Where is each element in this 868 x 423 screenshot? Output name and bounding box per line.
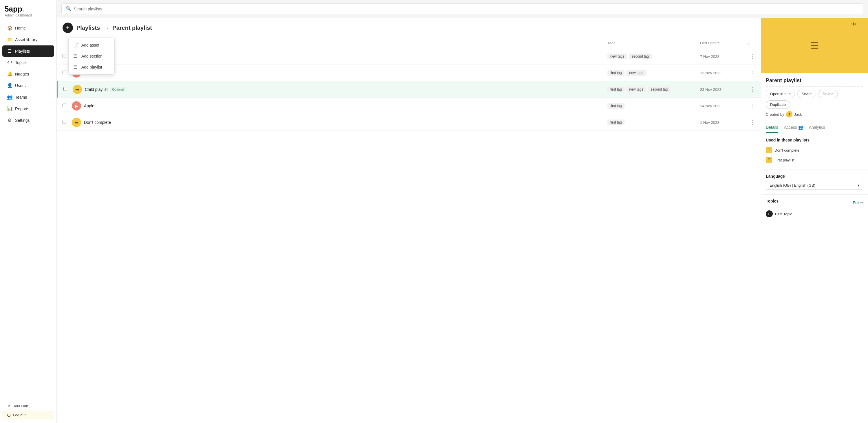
settings-icon: ⚙ [7,118,12,123]
table-row[interactable]: ☰ Don't complete first tag 1 Nov 2023 ⋮ [57,114,761,131]
row-tags-2: first tag new tags [608,70,700,76]
created-by-label: Created by [766,112,784,117]
panel-preview: ☰ 👁 ⋮ [761,18,868,73]
table-row[interactable]: ▶ Apple first tag 24 Nov 2023 ⋮ [57,98,761,114]
playlist-icon-3: ☰ [73,85,82,94]
panel-details: Used in these playlists ☰ Don't complete… [761,133,868,169]
sidebar-item-label-home: Home [15,26,26,30]
breadcrumb: Playlists → Parent playlist [76,25,152,31]
breadcrumb-current: Parent playlist [112,25,152,31]
used-in-item-2[interactable]: ☰ First playlist [766,155,863,165]
sidebar-item-label-nudges: Nudges [15,72,29,76]
tab-details[interactable]: Details [766,122,778,133]
add-playlist-label: Add playlist [81,65,102,69]
log-out-label: Log out [13,413,26,417]
row-more-4[interactable]: ⋮ [746,103,755,109]
row-name-2: BBC - Home [84,71,608,75]
row-checkbox-5[interactable] [63,120,72,125]
panel-divider [766,87,863,87]
admin-label: Admin dashboard [5,13,52,18]
used-in-icon-1: ☰ [766,147,772,153]
table-row[interactable]: ☰ Child playlist Optional first tag new … [57,81,761,98]
tag-3-1: first tag [608,87,624,92]
reports-icon: 📊 [7,106,12,111]
teams-icon: 👥 [7,94,12,100]
row-checkbox-4[interactable] [63,104,72,108]
log-out-button[interactable]: ⏻ Log out [2,411,54,420]
add-asset-label: Add asset [81,43,99,47]
language-label: Language [766,174,863,178]
sidebar-item-nudges[interactable]: 🔔 Nudges [2,68,54,79]
add-button[interactable]: + 📄 Add asset ☰ Add section ☰ [63,23,73,33]
add-section-item[interactable]: ☰ Add section [69,51,114,62]
sidebar-item-home[interactable]: 🏠 Home [2,22,54,34]
breadcrumb-section[interactable]: Playlists [76,25,100,31]
right-panel: ☰ 👁 ⋮ Parent playlist Open in hub Share … [761,18,868,423]
tag-2-1: first tag [608,70,624,76]
share-button[interactable]: Share [797,90,816,98]
panel-title: Parent playlist [766,77,863,84]
delete-button[interactable]: Delete [818,90,838,98]
tags-col-header: Tags [608,41,700,45]
row-more-3[interactable]: ⋮ [746,86,755,93]
sidebar-item-label-settings: Settings [15,118,30,123]
sidebar-item-users[interactable]: 👤 Users [2,80,54,91]
topics-section: Topics Edit ✏ F First Topic [761,194,868,223]
used-in-icon-2: ☰ [766,157,772,163]
row-name-5: Don't complete [84,120,608,125]
add-asset-item[interactable]: 📄 Add asset [69,40,114,51]
pencil-icon: ✏ [860,200,863,205]
search-icon: 🔍 [66,6,71,11]
row-more-1[interactable]: ⋮ [746,53,755,60]
topic-name-1: First Topic [775,212,792,216]
beta-hub-label: Beta Hub [12,404,28,408]
table-row[interactable]: ☰ playlist new tags second tag 7 Nov 202… [57,48,761,65]
sidebar-item-topics[interactable]: 🏷 Topics [2,57,54,68]
language-select[interactable]: English (GB) | English (GB) ▾ [766,181,863,190]
more-options-icon[interactable]: ⋮ [859,22,865,28]
tag-5-1: first tag [608,120,624,125]
optional-badge: Optional [110,87,126,92]
topics-label: Topics [766,199,778,203]
topics-edit-button[interactable]: Edit ✏ [853,200,863,205]
users-icon: 👤 [7,83,12,88]
open-in-hub-button[interactable]: Open in hub [766,90,795,98]
sidebar-bottom: ↗ Beta Hub ⏻ Log out [0,398,57,423]
beta-hub-link[interactable]: ↗ Beta Hub [2,401,54,411]
topic-item-1[interactable]: F First Topic [766,209,863,219]
asset-icon-4: ▶ [72,101,81,110]
table-row[interactable]: ▶ BBC - Home first tag new tags 13 Nov 2… [57,65,761,81]
sidebar-item-label-playlists: Playlists [15,49,30,54]
duplicate-button[interactable]: Duplicate [766,100,790,109]
sidebar-item-reports[interactable]: 📊 Reports [2,103,54,114]
row-date-3: 23 Nov 2023 [700,87,746,92]
used-in-item-1[interactable]: ☰ Don't complete [766,145,863,155]
tag-3-2: new tags [626,87,646,92]
row-more-5[interactable]: ⋮ [746,119,755,126]
tab-access-label: Access [784,125,797,130]
sidebar-item-playlists[interactable]: ☰ Playlists [2,45,54,57]
row-more-2[interactable]: ⋮ [746,70,755,76]
panel-tabs: Details Access 👥 Analytics [761,122,868,133]
chevron-down-icon: ▾ [858,183,860,188]
add-playlist-item[interactable]: ☰ Add playlist [69,62,114,73]
main-content: 🔍 + 📄 Add asset ☰ Add section [57,0,868,423]
row-checkbox-3[interactable] [63,87,73,92]
tab-analytics[interactable]: Analytics [809,122,825,133]
row-name-1: playlist [84,54,608,59]
panel-actions: Open in hub Share Delete [766,90,863,98]
row-tags-5: first tag [608,120,700,125]
used-in-name-1: Don't complete [774,148,799,153]
sidebar-item-label-topics: Topics [15,60,27,65]
tab-access[interactable]: Access 👥 [784,122,803,133]
folder-icon: 📁 [7,37,12,42]
search-input[interactable] [74,7,859,11]
eye-icon[interactable]: 👁 [851,22,857,28]
date-col-header: Last update [700,41,746,45]
row-date-5: 1 Nov 2023 [700,120,746,125]
sidebar-item-settings[interactable]: ⚙ Settings [2,115,54,126]
sidebar-item-teams[interactable]: 👥 Teams [2,91,54,103]
used-in-title: Used in these playlists [766,138,863,142]
access-users-icon: 👥 [798,125,803,130]
sidebar-item-asset-library[interactable]: 📁 Asset library [2,34,54,45]
